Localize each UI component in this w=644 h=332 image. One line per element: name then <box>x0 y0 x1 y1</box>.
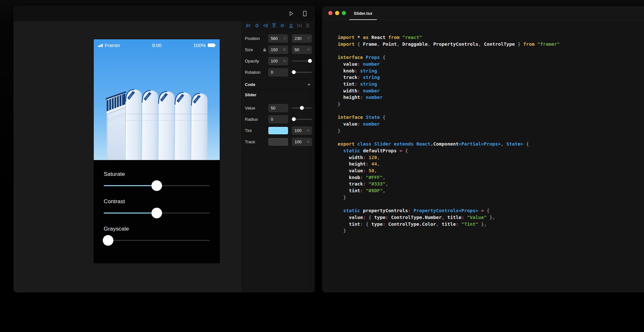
saturate-slider-knob[interactable] <box>151 180 162 191</box>
opacity-slider[interactable] <box>292 57 312 65</box>
opacity-label: Opacity <box>245 59 263 63</box>
contrast-slider-group: Contrast <box>104 198 210 213</box>
grayscale-slider-group: Grayscale <box>104 226 210 241</box>
track-label: Track <box>245 139 263 144</box>
workspace: 9:00 Framer 100% <box>14 21 315 292</box>
align-right-icon[interactable] <box>263 23 268 28</box>
component-rows: Value 50 Radius 0 Tint <box>242 100 315 149</box>
value-row: Value 50 <box>242 102 315 114</box>
value-slider-knob[interactable] <box>300 106 304 110</box>
phone-preview[interactable]: 9:00 Framer 100% <box>94 39 220 263</box>
zoom-window-button[interactable] <box>342 11 346 15</box>
alignment-toolbar <box>242 21 315 30</box>
saturate-slider-fill <box>104 185 157 186</box>
editor-titlebar: Slider.tsx <box>322 6 644 20</box>
distribute-vertical-icon[interactable] <box>305 23 311 28</box>
percent-unit: % <box>307 140 310 144</box>
component-title: Slider <box>245 92 256 97</box>
rotation-slider-knob[interactable] <box>292 70 296 74</box>
h-unit: H <box>307 48 310 52</box>
rotation-row: Rotation 0 <box>242 67 315 78</box>
align-bottom-icon[interactable] <box>288 23 293 28</box>
position-label: Position <box>245 36 263 41</box>
preview-play-button[interactable] <box>288 10 295 17</box>
opacity-row: Opacity 100% <box>242 55 315 67</box>
code-area[interactable]: import * as React from "react"import { F… <box>322 20 644 237</box>
transform-rows: Position 560X 230Y Size 150W 50H Opacity <box>242 30 315 79</box>
saturate-slider-track[interactable] <box>104 185 210 186</box>
radius-label: Radius <box>245 117 263 122</box>
code-section-title: Code <box>245 82 255 87</box>
contrast-label: Contrast <box>104 198 210 205</box>
rotation-slider[interactable] <box>292 68 312 76</box>
position-row: Position 560X 230Y <box>242 33 315 44</box>
tint-row: Tint 100% <box>242 125 315 136</box>
percent-unit: % <box>307 129 310 132</box>
track-color-swatch[interactable] <box>268 138 288 146</box>
radius-row: Radius 0 <box>242 114 315 125</box>
component-section-header[interactable]: Slider <box>242 90 315 100</box>
track-alpha-field[interactable]: 100% <box>292 138 312 146</box>
app-toolbar <box>14 6 315 21</box>
contrast-slider-knob[interactable] <box>151 208 162 218</box>
phone-slider-controls: Saturate Contrast Gr <box>94 160 220 263</box>
distribute-horizontal-icon[interactable] <box>297 23 302 28</box>
rotation-label: Rotation <box>245 70 263 75</box>
opacity-slider-knob[interactable] <box>308 59 312 63</box>
grayscale-slider-track[interactable] <box>104 240 210 241</box>
contrast-slider-track[interactable] <box>104 213 210 213</box>
building-illustration <box>94 39 220 160</box>
properties-panel: Position 560X 230Y Size 150W 50H Opacity <box>241 21 315 292</box>
position-y-field[interactable]: 230Y <box>292 34 312 43</box>
saturate-label: Saturate <box>104 171 210 177</box>
opacity-field[interactable]: 100% <box>268 57 288 65</box>
grayscale-label: Grayscale <box>104 226 210 232</box>
align-left-icon[interactable] <box>246 23 251 28</box>
code-section-header[interactable]: Code + <box>242 79 315 90</box>
value-label: Value <box>245 106 263 110</box>
x-unit: X <box>284 37 286 40</box>
device-toggle-button[interactable] <box>301 10 308 17</box>
size-label: Size <box>245 47 263 52</box>
close-window-button[interactable] <box>328 11 332 15</box>
window-controls <box>328 11 346 15</box>
align-center-horizontal-icon[interactable] <box>254 23 259 28</box>
value-field[interactable]: 50 <box>268 104 288 112</box>
size-height-field[interactable]: 50H <box>292 46 312 54</box>
percent-unit: % <box>283 59 286 63</box>
grayscale-slider-knob[interactable] <box>103 235 113 246</box>
device-icon <box>302 11 308 16</box>
play-icon <box>288 11 294 16</box>
radius-slider[interactable] <box>292 115 312 123</box>
align-center-vertical-icon[interactable] <box>280 23 285 28</box>
phone-status-bar: 9:00 Framer 100% <box>94 39 220 49</box>
radius-field[interactable]: 0 <box>268 115 288 123</box>
align-top-icon[interactable] <box>271 23 276 28</box>
contrast-slider-fill <box>104 213 157 213</box>
building-photo: 9:00 Framer 100% <box>94 39 220 160</box>
track-row: Track 100% <box>242 136 315 147</box>
radius-slider-knob[interactable] <box>292 117 296 121</box>
tint-color-swatch[interactable] <box>268 127 288 134</box>
w-unit: W <box>283 48 286 52</box>
framer-app-window: 9:00 Framer 100% <box>14 6 315 292</box>
y-unit: Y <box>307 37 310 40</box>
editor-tab-slider-tsx[interactable]: Slider.tsx <box>349 6 377 20</box>
lock-icon[interactable] <box>263 48 266 52</box>
value-slider[interactable] <box>292 104 312 112</box>
saturate-slider-group: Saturate <box>104 171 210 186</box>
canvas[interactable]: 9:00 Framer 100% <box>14 21 241 292</box>
position-x-field[interactable]: 560X <box>268 34 288 43</box>
tint-alpha-field[interactable]: 100% <box>292 127 312 135</box>
size-width-field[interactable]: 150W <box>268 46 288 54</box>
add-code-button[interactable]: + <box>307 82 311 87</box>
size-row: Size 150W 50H <box>242 44 315 55</box>
code-editor-window: Slider.tsx import * as React from "react… <box>322 6 644 292</box>
minimize-window-button[interactable] <box>335 11 339 15</box>
status-time: 9:00 <box>94 43 220 48</box>
tint-label: Tint <box>245 128 263 133</box>
rotation-field[interactable]: 0 <box>268 68 288 76</box>
